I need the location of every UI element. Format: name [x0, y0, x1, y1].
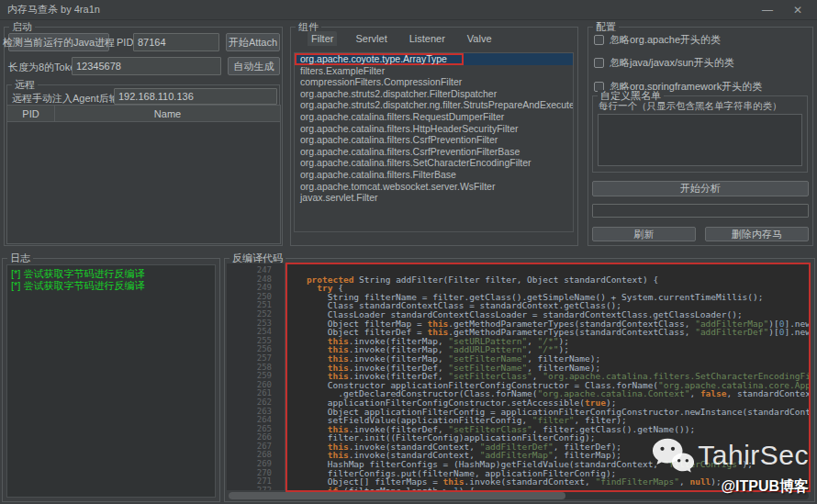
code-line: protected String addFilter(Filter filter… [285, 275, 810, 285]
list-item[interactable]: org.apache.struts2.dispatcher.FilterDisp… [295, 88, 573, 100]
checkbox-ignore-apache[interactable]: 忽略org.apache开头的类 [594, 33, 721, 47]
log-output[interactable]: [*] 尝试获取字节码进行反编译[*] 尝试获取字节码进行反编译 [6, 264, 216, 498]
code-body[interactable]: protected String addFilter(Filter filter… [285, 263, 810, 490]
process-table[interactable]: PID Name [6, 105, 281, 244]
title-bar: 内存马查杀 by 4ra1n — ✕ [0, 0, 817, 20]
scrollbar-thumb[interactable] [229, 492, 565, 499]
list-item[interactable]: compressionFilters.CompressionFilter [295, 76, 573, 88]
auto-generate-button[interactable]: 自动生成 [228, 57, 280, 75]
tab-filter[interactable]: Filter [308, 31, 337, 46]
blacklist-group: 自定义黑名单 每行一个（只显示包含黑名单字符串的类） [592, 95, 808, 173]
decompiler-group: 反编译代码 2472482492502512522532542552562572… [224, 258, 815, 502]
list-item[interactable]: org.apache.catalina.filters.CsrfPreventi… [295, 134, 573, 146]
close-icon[interactable]: ✕ [793, 5, 802, 16]
checkbox-ignore-java[interactable]: 忽略java/javax/sun开头的类 [594, 56, 734, 70]
component-tabs: Filter Servlet Listener Valve [308, 31, 496, 46]
line-number: 257 [227, 354, 285, 364]
list-item[interactable]: org.apache.catalina.filters.FilterBase [295, 169, 573, 181]
line-number: 271 [227, 477, 285, 487]
line-number: 249 [227, 284, 285, 293]
list-item[interactable]: org.apache.catalina.filters.HttpHeaderSe… [295, 123, 573, 135]
window-title: 内存马查杀 by 4ra1n [7, 3, 100, 17]
delete-memshell-button[interactable]: 删除内存马 [705, 227, 809, 241]
code-editor[interactable]: 2472482492502512522532542552562572582592… [227, 263, 810, 490]
line-number: 266 [227, 433, 285, 442]
line-number: 258 [227, 364, 285, 373]
tab-listener[interactable]: Listener [406, 31, 449, 46]
token-input[interactable] [72, 57, 221, 75]
line-number: 263 [227, 408, 285, 417]
components-group: 组件 Filter Servlet Listener Valve org.apa… [290, 27, 578, 246]
remote-ip-input[interactable] [114, 88, 277, 105]
list-item[interactable]: org.apache.catalina.filters.CsrfPreventi… [295, 146, 573, 158]
line-number: 270 [227, 469, 285, 478]
line-number: 252 [227, 310, 285, 319]
app-window: 内存马查杀 by 4ra1n — ✕ 启动 检测当前运行的Java进程 PID … [0, 0, 817, 504]
table-header-name: Name [55, 106, 280, 121]
line-number: 248 [227, 275, 285, 285]
line-number: 256 [227, 345, 285, 354]
start-analysis-button[interactable]: 开始分析 [592, 181, 809, 196]
horizontal-scrollbar[interactable] [229, 492, 809, 499]
list-item[interactable]: javax.servlet.Filter [295, 192, 573, 204]
analysis-result-input[interactable] [592, 204, 809, 218]
code-gutter: 2472482492502512522532542552562572582592… [227, 263, 285, 490]
refresh-button[interactable]: 刷新 [592, 227, 696, 241]
start-attach-button[interactable]: 开始Attach [226, 33, 280, 51]
list-item[interactable]: org.apache.catalina.filters.RequestDumpe… [295, 111, 573, 123]
blacklist-textarea[interactable] [598, 114, 802, 166]
process-table-header: PID Name [7, 106, 280, 122]
checkbox-label: 忽略org.apache开头的类 [610, 33, 721, 47]
config-group-label: 配置 [593, 21, 619, 33]
line-number: 255 [227, 337, 285, 346]
line-number: 259 [227, 372, 285, 381]
list-item-selected[interactable]: org.apache.coyote.type.ArrayType [295, 53, 573, 65]
blacklist-hint: 每行一个（只显示包含黑名单字符串的类） [599, 100, 782, 113]
list-item[interactable]: org.apache.struts2.dispatcher.ng.filter.… [295, 99, 573, 111]
line-number: 262 [227, 398, 285, 408]
pid-label: PID [117, 37, 133, 48]
checkbox-icon[interactable] [594, 58, 604, 68]
list-item[interactable]: org.apache.catalina.filters.SetCharacter… [295, 157, 573, 169]
log-entry: [*] 尝试获取字节码进行反编译 [11, 268, 211, 280]
line-number: 260 [227, 381, 285, 390]
token-label: 长度为8的Token [8, 61, 81, 74]
line-number: 272 [227, 487, 285, 490]
line-number: 254 [227, 328, 285, 337]
line-number: 264 [227, 416, 285, 425]
checkbox-label: 忽略java/javax/sun开头的类 [610, 56, 734, 70]
window-controls: — ✕ [762, 5, 810, 16]
log-entry: [*] 尝试获取字节码进行反编译 [11, 280, 211, 292]
line-number: 268 [227, 451, 285, 460]
line-number: 250 [227, 293, 285, 302]
line-number: 247 [227, 266, 285, 275]
minimize-icon[interactable]: — [762, 5, 773, 16]
selection-annotation-box: org.apache.coyote.type.ArrayType [295, 53, 464, 65]
list-item[interactable]: filters.ExampleFilter [295, 65, 573, 77]
log-group: 日志 [*] 尝试获取字节码进行反编译[*] 尝试获取字节码进行反编译 [2, 258, 220, 502]
config-group: 配置 忽略org.apache开头的类 忽略java/javax/sun开头的类… [588, 27, 813, 246]
code-line: if (filterMaps.length > 1) { [285, 487, 810, 490]
line-number: 251 [227, 301, 285, 310]
list-item[interactable]: org.apache.tomcat.websocket.server.WsFil… [295, 181, 573, 193]
line-number: 253 [227, 319, 285, 329]
tab-valve[interactable]: Valve [464, 31, 496, 46]
line-number: 269 [227, 460, 285, 469]
line-number: 261 [227, 389, 285, 398]
pid-input[interactable] [133, 33, 219, 51]
launch-group-label: 启动 [9, 21, 35, 33]
component-list[interactable]: org.apache.coyote.type.ArrayType filters… [294, 52, 574, 232]
checkbox-icon[interactable] [594, 35, 604, 45]
launch-group: 启动 检测当前运行的Java进程 PID 开始Attach 长度为8的Token… [4, 27, 283, 246]
tab-servlet[interactable]: Servlet [352, 31, 390, 46]
selected-item-label: org.apache.coyote.type.ArrayType [300, 53, 447, 64]
detect-java-process-button[interactable]: 检测当前运行的Java进程 [8, 33, 109, 51]
table-header-pid: PID [7, 106, 55, 121]
line-number: 265 [227, 425, 285, 434]
line-number: 267 [227, 442, 285, 452]
remote-group-label: 远程 [12, 79, 38, 91]
log-group-label: 日志 [7, 252, 33, 264]
